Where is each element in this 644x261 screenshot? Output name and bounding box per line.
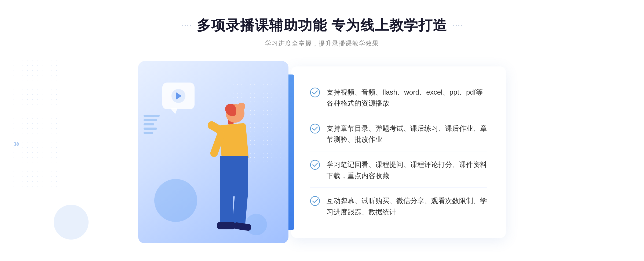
svg-point-2 bbox=[310, 160, 320, 169]
feature-item-1: 支持视频、音频、flash、word、excel、ppt、pdf等各种格式的资源… bbox=[310, 81, 487, 115]
play-bubble bbox=[162, 83, 195, 109]
feature-item-2: 支持章节目录、弹题考试、课后练习、课后作业、章节测验、批改作业 bbox=[310, 117, 487, 151]
feature-item-4: 互动弹幕、试听购买、微信分享、观看次数限制、学习进度跟踪、数据统计 bbox=[310, 189, 487, 223]
play-icon bbox=[171, 89, 185, 103]
figure-hand-right bbox=[238, 103, 245, 110]
check-icon-1 bbox=[310, 87, 320, 98]
header-section: 多项录播课辅助功能 专为线上教学打造 学习进度全掌握，提升录播课教学效果 bbox=[182, 16, 462, 48]
illustration-card bbox=[138, 61, 288, 243]
check-icon-3 bbox=[310, 160, 320, 170]
check-icon-2 bbox=[310, 124, 320, 134]
outer-arrow-left-deco: » bbox=[13, 137, 20, 150]
content-section: 支持视频、音频、flash、word、excel、ppt、pdf等各种格式的资源… bbox=[134, 61, 510, 243]
svg-point-0 bbox=[310, 88, 320, 97]
features-card: 支持视频、音频、flash、word、excel、ppt、pdf等各种格式的资源… bbox=[291, 66, 506, 238]
header-subtitle: 学习进度全掌握，提升录播课教学效果 bbox=[182, 39, 462, 48]
figure-pants bbox=[220, 156, 248, 196]
figure-leg-left bbox=[220, 192, 233, 225]
header-dots-right bbox=[453, 25, 462, 26]
figure-body bbox=[219, 123, 249, 160]
page-container: » 多项录播课辅助功能 专为线上教学打造 学习进度全掌握，提升录播课教学效果 bbox=[0, 0, 644, 261]
stripes-deco bbox=[144, 115, 160, 141]
figure-leg-right bbox=[232, 192, 248, 225]
main-title: 多项录播课辅助功能 专为线上教学打造 bbox=[197, 16, 447, 35]
svg-point-3 bbox=[310, 196, 320, 206]
figure-shoe-left bbox=[217, 222, 235, 229]
header-title-row: 多项录播课辅助功能 专为线上教学打造 bbox=[182, 16, 462, 35]
figure-shoe-right bbox=[233, 222, 252, 231]
page-circle-bottom-left-deco bbox=[54, 205, 89, 240]
feature-text-3: 学习笔记回看、课程提问、课程评论打分、课件资料下载，重点内容收藏 bbox=[327, 159, 487, 181]
feature-text-2: 支持章节目录、弹题考试、课后练习、课后作业、章节测验、批改作业 bbox=[327, 123, 487, 145]
feature-text-1: 支持视频、音频、flash、word、excel、ppt、pdf等各种格式的资源… bbox=[327, 87, 487, 109]
feature-item-3: 学习笔记回看、课程提问、课程评论打分、课件资料下载，重点内容收藏 bbox=[310, 153, 487, 188]
header-dots-left bbox=[182, 25, 191, 26]
svg-point-1 bbox=[310, 124, 320, 133]
figure-illustration bbox=[191, 104, 266, 243]
check-icon-4 bbox=[310, 196, 320, 206]
feature-text-4: 互动弹幕、试听购买、微信分享、观看次数限制、学习进度跟踪、数据统计 bbox=[327, 195, 487, 218]
play-triangle bbox=[176, 92, 182, 99]
